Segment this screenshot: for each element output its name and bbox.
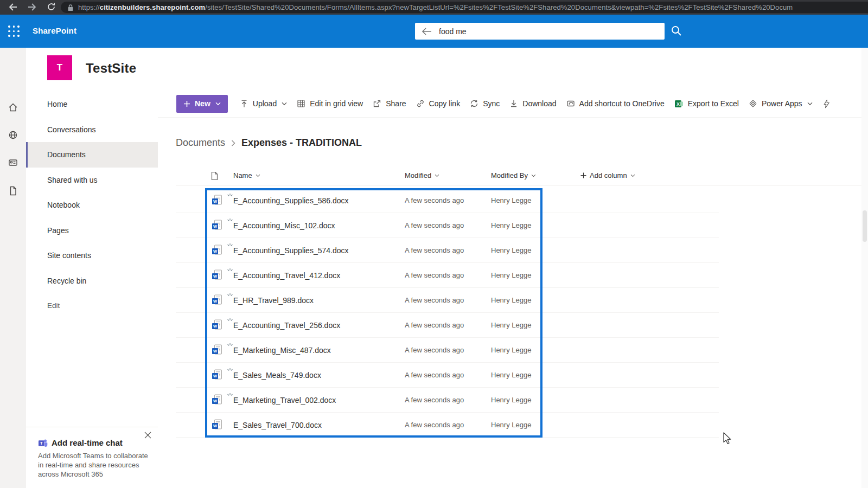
file-name[interactable]: E_Accounting_Misc_102.docx	[233, 221, 405, 230]
search-back-arrow-icon[interactable]	[422, 27, 432, 36]
word-file-icon: W	[212, 220, 222, 231]
power-apps-button[interactable]: Power Apps	[749, 99, 813, 108]
column-header-modified-by[interactable]: Modified By	[491, 171, 536, 179]
file-row[interactable]: W E_Marketing_Misc_487.docx A few second…	[176, 338, 719, 363]
document-icon[interactable]	[8, 185, 18, 196]
file-name[interactable]: E_Marketing_Travel_002.docx	[233, 396, 405, 404]
scrollbar-thumb[interactable]	[863, 210, 867, 242]
chevron-down-icon	[256, 174, 260, 177]
share-button[interactable]: Share	[373, 99, 406, 108]
file-name[interactable]: E_Accounting_Supplies_586.docx	[233, 196, 405, 205]
browser-url-field[interactable]: https://citizenbuilders.sharepoint.com/s…	[61, 2, 868, 13]
app-launcher-waffle-icon[interactable]	[7, 24, 21, 38]
chevron-down-icon	[282, 102, 287, 106]
nav-item-site-contents[interactable]: Site contents	[26, 243, 158, 268]
file-name[interactable]: E_Accounting_Travel_256.docx	[233, 321, 405, 330]
teach-panel-title: Add real-time chat	[52, 438, 123, 447]
new-item-sparkle-icon	[227, 193, 233, 200]
file-row[interactable]: W E_Accounting_Travel_412.docx A few sec…	[176, 263, 719, 288]
nav-item-conversations[interactable]: Conversations	[26, 117, 158, 143]
file-modified-by: Henry Legge	[491, 296, 561, 304]
file-name[interactable]: E_Sales_Meals_749.docx	[233, 371, 405, 380]
add-column-button[interactable]: Add column	[580, 171, 635, 179]
column-header-modified[interactable]: Modified	[405, 171, 439, 179]
file-modified: A few seconds ago	[405, 371, 491, 379]
file-name[interactable]: E_HR_Travel_989.docx	[233, 296, 405, 305]
new-button[interactable]: New	[176, 95, 228, 113]
search-icon[interactable]	[671, 25, 682, 37]
file-type-column-icon[interactable]	[210, 171, 219, 181]
svg-text:W: W	[213, 274, 218, 279]
chevron-down-icon	[630, 174, 635, 177]
file-row[interactable]: W E_HR_Travel_989.docx A few seconds ago…	[176, 288, 719, 313]
teams-icon: T	[38, 439, 48, 447]
nav-item-notebook[interactable]: Notebook	[26, 192, 158, 218]
file-modified-by: Henry Legge	[491, 346, 561, 354]
browser-refresh-icon[interactable]	[47, 2, 56, 11]
file-row[interactable]: W E_Sales_Meals_749.docx A few seconds a…	[176, 363, 719, 388]
nav-item-home[interactable]: Home	[26, 92, 158, 117]
add-shortcut-to-onedrive-button[interactable]: Add shortcut to OneDrive	[566, 99, 665, 108]
lock-icon	[67, 4, 74, 11]
breadcrumb-documents[interactable]: Documents	[176, 137, 225, 149]
file-modified: A few seconds ago	[405, 321, 491, 329]
automate-button[interactable]	[822, 99, 831, 108]
copy-link-button[interactable]: Copy link	[416, 99, 461, 108]
site-title[interactable]: TestSite	[86, 61, 136, 76]
close-icon[interactable]	[144, 432, 151, 439]
chevron-down-icon	[531, 174, 536, 177]
word-file-icon: W	[212, 245, 222, 256]
file-row[interactable]: W E_Marketing_Travel_002.docx A few seco…	[176, 388, 719, 413]
nav-item-edit[interactable]: Edit	[26, 293, 158, 319]
file-modified: A few seconds ago	[405, 246, 491, 254]
nav-item-shared-with-us[interactable]: Shared with us	[26, 168, 158, 193]
lightning-icon	[822, 99, 831, 108]
new-item-sparkle-icon	[227, 268, 233, 274]
word-file-icon: W	[212, 369, 222, 381]
file-row[interactable]: W E_Accounting_Supplies_586.docx A few s…	[176, 188, 719, 213]
site-nav: HomeConversationsDocumentsShared with us…	[26, 92, 158, 319]
browser-forward-icon[interactable]	[28, 2, 37, 12]
file-modified: A few seconds ago	[405, 221, 491, 229]
nav-item-recycle-bin[interactable]: Recycle bin	[26, 268, 158, 294]
file-modified-by: Henry Legge	[491, 321, 561, 329]
svg-text:W: W	[213, 349, 218, 354]
file-row[interactable]: W E_Accounting_Misc_102.docx A few secon…	[176, 213, 719, 238]
svg-text:W: W	[213, 249, 218, 254]
file-row[interactable]: W E_Accounting_Supplies_574.docx A few s…	[176, 238, 719, 263]
column-header-name[interactable]: Name	[233, 171, 260, 179]
word-file-icon: W	[212, 344, 222, 356]
edit-in-grid-view-button[interactable]: Edit in grid view	[297, 99, 363, 108]
word-file-icon: W	[212, 319, 222, 331]
search-box[interactable]	[415, 23, 665, 40]
file-name[interactable]: E_Accounting_Supplies_574.docx	[233, 246, 405, 255]
nav-item-documents[interactable]: Documents	[26, 142, 158, 168]
file-modified-by: Henry Legge	[491, 221, 561, 229]
search-input[interactable]	[439, 27, 658, 36]
globe-icon[interactable]	[8, 130, 18, 140]
browser-back-icon[interactable]	[8, 2, 17, 12]
vertical-scrollbar[interactable]	[861, 48, 868, 488]
file-modified: A few seconds ago	[405, 296, 491, 304]
file-name[interactable]: E_Accounting_Travel_412.docx	[233, 271, 405, 280]
file-modified: A few seconds ago	[405, 396, 491, 404]
new-item-sparkle-icon	[227, 293, 233, 299]
nav-item-pages[interactable]: Pages	[26, 218, 158, 243]
file-modified: A few seconds ago	[405, 346, 491, 354]
file-row[interactable]: W E_Accounting_Travel_256.docx A few sec…	[176, 313, 719, 338]
news-icon[interactable]	[8, 157, 18, 168]
file-row[interactable]: W E_Sales_Travel_700.docx A few seconds …	[176, 413, 719, 438]
command-bar: New Upload Edit in grid view Share Copy …	[176, 93, 840, 114]
svg-text:W: W	[213, 423, 218, 428]
sidebar: T TestSite HomeConversationsDocumentsSha…	[26, 48, 158, 488]
upload-button[interactable]: Upload	[240, 99, 287, 108]
svg-text:W: W	[213, 299, 218, 304]
home-icon[interactable]	[8, 102, 18, 113]
download-button[interactable]: Download	[509, 99, 556, 108]
file-name[interactable]: E_Marketing_Misc_487.docx	[233, 346, 405, 355]
svg-text:X: X	[676, 101, 680, 106]
export-to-excel-button[interactable]: X Export to Excel	[674, 99, 739, 108]
sync-button[interactable]: Sync	[470, 99, 500, 108]
file-name[interactable]: E_Sales_Travel_700.docx	[233, 421, 405, 429]
site-logo[interactable]: T	[47, 55, 72, 80]
